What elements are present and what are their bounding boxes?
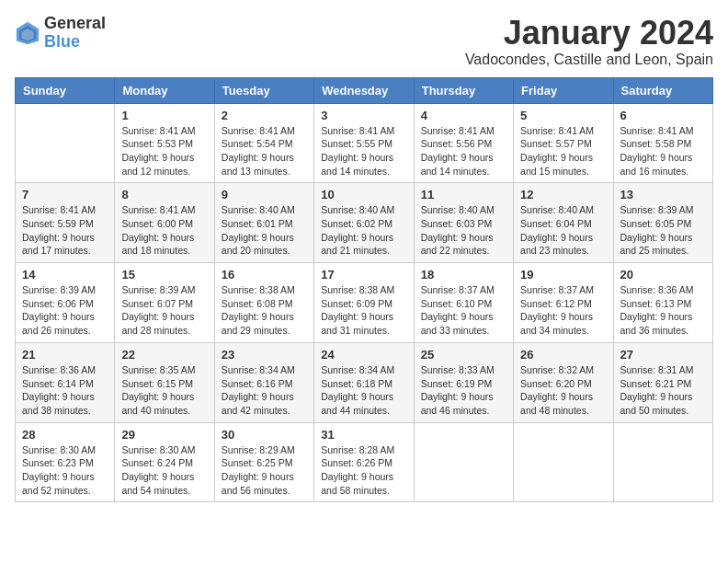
day-info: Sunrise: 8:33 AMSunset: 6:19 PMDaylight:… xyxy=(421,363,506,418)
day-number: 2 xyxy=(222,109,307,122)
weekday-header-friday: Friday xyxy=(514,77,613,103)
calendar-cell: 15Sunrise: 8:39 AMSunset: 6:07 PMDayligh… xyxy=(115,263,214,343)
day-info: Sunrise: 8:41 AMSunset: 5:54 PMDaylight:… xyxy=(222,124,307,178)
day-info: Sunrise: 8:41 AMSunset: 5:57 PMDaylight:… xyxy=(520,124,606,178)
day-info: Sunrise: 8:28 AMSunset: 6:26 PMDaylight:… xyxy=(321,443,406,498)
day-number: 23 xyxy=(222,348,307,362)
calendar-cell: 29Sunrise: 8:30 AMSunset: 6:24 PMDayligh… xyxy=(115,422,214,502)
calendar-cell: 8Sunrise: 8:41 AMSunset: 6:00 PMDaylight… xyxy=(115,183,214,263)
day-number: 10 xyxy=(321,188,406,201)
calendar-cell: 21Sunrise: 8:36 AMSunset: 6:14 PMDayligh… xyxy=(16,342,115,422)
calendar-cell: 26Sunrise: 8:32 AMSunset: 6:20 PMDayligh… xyxy=(514,342,613,422)
day-info: Sunrise: 8:37 AMSunset: 6:12 PMDaylight:… xyxy=(520,283,606,338)
day-number: 29 xyxy=(121,428,207,442)
day-info: Sunrise: 8:30 AMSunset: 6:24 PMDaylight:… xyxy=(121,443,207,498)
day-number: 11 xyxy=(421,188,506,201)
calendar-cell: 13Sunrise: 8:39 AMSunset: 6:05 PMDayligh… xyxy=(613,183,712,263)
calendar-week-row: 21Sunrise: 8:36 AMSunset: 6:14 PMDayligh… xyxy=(16,342,713,422)
weekday-header-row: SundayMondayTuesdayWednesdayThursdayFrid… xyxy=(16,77,713,103)
calendar-cell: 3Sunrise: 8:41 AMSunset: 5:55 PMDaylight… xyxy=(314,103,414,183)
logo-text: General Blue xyxy=(44,15,106,52)
day-number: 15 xyxy=(121,268,207,282)
day-info: Sunrise: 8:36 AMSunset: 6:14 PMDaylight:… xyxy=(22,363,108,418)
weekday-header-tuesday: Tuesday xyxy=(214,77,313,103)
calendar-cell: 28Sunrise: 8:30 AMSunset: 6:23 PMDayligh… xyxy=(16,422,115,502)
weekday-header-sunday: Sunday xyxy=(16,77,115,103)
day-info: Sunrise: 8:39 AMSunset: 6:05 PMDaylight:… xyxy=(620,203,706,258)
calendar-cell xyxy=(613,422,712,502)
calendar-cell xyxy=(514,422,613,502)
calendar-cell: 14Sunrise: 8:39 AMSunset: 6:06 PMDayligh… xyxy=(16,263,115,343)
calendar-cell: 17Sunrise: 8:38 AMSunset: 6:09 PMDayligh… xyxy=(314,263,414,343)
day-info: Sunrise: 8:39 AMSunset: 6:06 PMDaylight:… xyxy=(22,283,108,338)
calendar-cell: 9Sunrise: 8:40 AMSunset: 6:01 PMDaylight… xyxy=(214,183,313,263)
calendar-cell: 23Sunrise: 8:34 AMSunset: 6:16 PMDayligh… xyxy=(214,342,313,422)
calendar-cell: 1Sunrise: 8:41 AMSunset: 5:53 PMDaylight… xyxy=(115,103,214,183)
title-block: January 2024 Vadocondes, Castille and Le… xyxy=(465,15,713,68)
day-number: 13 xyxy=(620,188,706,201)
calendar-week-row: 1Sunrise: 8:41 AMSunset: 5:53 PMDaylight… xyxy=(16,103,713,183)
day-info: Sunrise: 8:41 AMSunset: 5:58 PMDaylight:… xyxy=(620,124,706,178)
logo-icon xyxy=(15,20,40,46)
calendar-cell: 2Sunrise: 8:41 AMSunset: 5:54 PMDaylight… xyxy=(214,103,313,183)
day-number: 19 xyxy=(520,268,606,282)
calendar-cell: 16Sunrise: 8:38 AMSunset: 6:08 PMDayligh… xyxy=(214,263,313,343)
calendar-cell: 20Sunrise: 8:36 AMSunset: 6:13 PMDayligh… xyxy=(613,263,712,343)
day-info: Sunrise: 8:40 AMSunset: 6:02 PMDaylight:… xyxy=(321,203,406,258)
day-number: 25 xyxy=(421,348,506,362)
calendar-week-row: 14Sunrise: 8:39 AMSunset: 6:06 PMDayligh… xyxy=(16,263,713,343)
weekday-header-saturday: Saturday xyxy=(613,77,712,103)
calendar-cell: 18Sunrise: 8:37 AMSunset: 6:10 PMDayligh… xyxy=(414,263,513,343)
day-number: 5 xyxy=(520,109,606,122)
calendar-cell: 19Sunrise: 8:37 AMSunset: 6:12 PMDayligh… xyxy=(514,263,613,343)
page-header: General Blue January 2024 Vadocondes, Ca… xyxy=(15,15,713,68)
calendar-cell: 7Sunrise: 8:41 AMSunset: 5:59 PMDaylight… xyxy=(16,183,115,263)
weekday-header-monday: Monday xyxy=(115,77,214,103)
day-number: 28 xyxy=(22,428,108,442)
day-info: Sunrise: 8:31 AMSunset: 6:21 PMDaylight:… xyxy=(620,363,706,418)
day-number: 21 xyxy=(22,348,108,362)
calendar-cell: 25Sunrise: 8:33 AMSunset: 6:19 PMDayligh… xyxy=(414,342,513,422)
day-info: Sunrise: 8:38 AMSunset: 6:09 PMDaylight:… xyxy=(321,283,406,338)
day-number: 31 xyxy=(321,428,406,442)
calendar-cell xyxy=(16,103,115,183)
calendar-cell xyxy=(414,422,513,502)
day-number: 17 xyxy=(321,268,406,282)
calendar-cell: 6Sunrise: 8:41 AMSunset: 5:58 PMDaylight… xyxy=(613,103,712,183)
calendar-cell: 11Sunrise: 8:40 AMSunset: 6:03 PMDayligh… xyxy=(414,183,513,263)
day-info: Sunrise: 8:34 AMSunset: 6:16 PMDaylight:… xyxy=(222,363,307,418)
day-info: Sunrise: 8:41 AMSunset: 5:55 PMDaylight:… xyxy=(321,124,406,178)
day-number: 8 xyxy=(121,188,207,201)
day-info: Sunrise: 8:37 AMSunset: 6:10 PMDaylight:… xyxy=(421,283,506,338)
day-number: 27 xyxy=(620,348,706,362)
day-number: 3 xyxy=(321,109,406,122)
day-info: Sunrise: 8:41 AMSunset: 6:00 PMDaylight:… xyxy=(121,203,207,258)
day-info: Sunrise: 8:41 AMSunset: 5:56 PMDaylight:… xyxy=(421,124,506,178)
day-number: 22 xyxy=(121,348,207,362)
calendar-week-row: 7Sunrise: 8:41 AMSunset: 5:59 PMDaylight… xyxy=(16,183,713,263)
calendar-cell: 5Sunrise: 8:41 AMSunset: 5:57 PMDaylight… xyxy=(514,103,613,183)
day-number: 26 xyxy=(520,348,606,362)
calendar-cell: 27Sunrise: 8:31 AMSunset: 6:21 PMDayligh… xyxy=(613,342,712,422)
calendar-cell: 31Sunrise: 8:28 AMSunset: 6:26 PMDayligh… xyxy=(314,422,414,502)
day-info: Sunrise: 8:30 AMSunset: 6:23 PMDaylight:… xyxy=(22,443,108,498)
calendar-cell: 4Sunrise: 8:41 AMSunset: 5:56 PMDaylight… xyxy=(414,103,513,183)
day-number: 24 xyxy=(321,348,406,362)
day-info: Sunrise: 8:34 AMSunset: 6:18 PMDaylight:… xyxy=(321,363,406,418)
day-info: Sunrise: 8:40 AMSunset: 6:03 PMDaylight:… xyxy=(421,203,506,258)
logo: General Blue xyxy=(15,15,106,52)
day-number: 7 xyxy=(22,188,108,201)
calendar-subtitle: Vadocondes, Castille and Leon, Spain xyxy=(465,52,713,68)
calendar-cell: 22Sunrise: 8:35 AMSunset: 6:15 PMDayligh… xyxy=(115,342,214,422)
calendar-title: January 2024 xyxy=(465,15,713,52)
calendar-cell: 10Sunrise: 8:40 AMSunset: 6:02 PMDayligh… xyxy=(314,183,414,263)
day-info: Sunrise: 8:29 AMSunset: 6:25 PMDaylight:… xyxy=(222,443,307,498)
day-number: 30 xyxy=(222,428,307,442)
day-info: Sunrise: 8:35 AMSunset: 6:15 PMDaylight:… xyxy=(121,363,207,418)
day-number: 4 xyxy=(421,109,506,122)
calendar-cell: 30Sunrise: 8:29 AMSunset: 6:25 PMDayligh… xyxy=(214,422,313,502)
day-info: Sunrise: 8:39 AMSunset: 6:07 PMDaylight:… xyxy=(121,283,207,338)
day-info: Sunrise: 8:40 AMSunset: 6:04 PMDaylight:… xyxy=(520,203,606,258)
day-number: 12 xyxy=(520,188,606,201)
day-info: Sunrise: 8:40 AMSunset: 6:01 PMDaylight:… xyxy=(222,203,307,258)
